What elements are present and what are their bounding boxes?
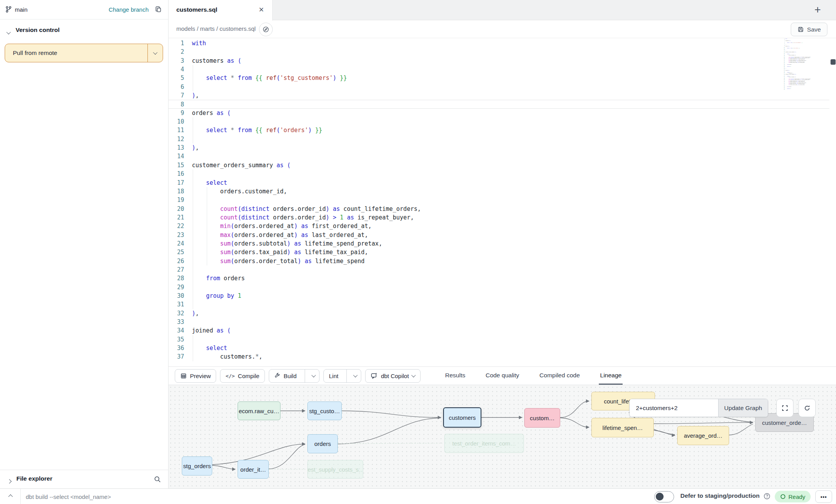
line-number: 30 — [169, 292, 184, 300]
save-label: Save — [807, 26, 821, 33]
lineage-node-order_it[interactable]: order_it… — [238, 460, 269, 479]
build-dropdown-caret[interactable] — [308, 370, 319, 382]
code-line[interactable]: 22 min(orders.ordered_at) as first_order… — [169, 222, 829, 230]
code-line[interactable]: 21 count(distinct orders.order_id) > 1 a… — [169, 213, 829, 222]
build-button[interactable]: Build — [269, 369, 319, 383]
code-line[interactable]: 3customers as ( — [169, 57, 829, 65]
code-line[interactable]: 9orders as ( — [169, 109, 829, 117]
lineage-node-test_order_items_com[interactable]: test_order_items_com… — [444, 434, 524, 453]
code-line[interactable]: 27 — [169, 265, 829, 274]
code-line[interactable]: 12 — [169, 135, 829, 143]
copilot-dropdown-caret[interactable] — [411, 373, 415, 377]
help-icon[interactable] — [763, 493, 770, 500]
sidebar: main Change branch Version control Pull … — [0, 0, 169, 488]
status-badge[interactable]: Ready — [775, 491, 811, 502]
dbt-copilot-button[interactable]: dbt Copilot — [365, 369, 421, 383]
tab-customers-sql[interactable]: customers.sql × — [169, 0, 273, 21]
lineage-node-stg_custo[interactable]: stg_custo… — [307, 401, 342, 420]
code-line[interactable]: 14 — [169, 152, 829, 161]
lineage-node-custom[interactable]: custom… — [524, 408, 560, 428]
code-line[interactable]: 8 — [169, 100, 829, 108]
pull-from-remote-button[interactable]: Pull from remote — [5, 44, 163, 62]
lint-label: Lint — [329, 373, 338, 379]
compile-button[interactable]: </> Compile — [220, 369, 265, 383]
new-tab-button[interactable]: + — [811, 3, 824, 16]
code-line[interactable]: 32), — [169, 309, 829, 318]
code-line[interactable]: 36 select — [169, 344, 829, 352]
lineage-selector-input[interactable] — [630, 399, 718, 417]
code-line[interactable]: 13), — [169, 143, 829, 152]
line-number: 23 — [169, 231, 184, 239]
file-explorer-section[interactable]: File explorer — [0, 470, 168, 488]
code-line[interactable]: 7), — [169, 91, 829, 100]
code-line[interactable]: 35 — [169, 335, 829, 344]
code-line[interactable]: 18 orders.customer_id, — [169, 187, 829, 196]
lineage-node-average_ord[interactable]: average_ord… — [677, 426, 729, 445]
code-line[interactable]: 25 sum(orders.tax_paid) as lifetime_tax_… — [169, 248, 829, 256]
code-editor[interactable]: 1with23customers as (45 select * from {{… — [169, 38, 836, 366]
defer-toggle[interactable] — [654, 491, 674, 502]
code-line[interactable]: 19 — [169, 196, 829, 204]
panel-tab-results[interactable]: Results — [444, 367, 467, 385]
toolbar-buttons: Preview </> Compile Build — [175, 367, 421, 385]
panel-tab-code-quality[interactable]: Code quality — [485, 367, 520, 385]
code-line[interactable]: 4 — [169, 65, 829, 74]
code-line[interactable]: 6 — [169, 83, 829, 91]
status-bar: Defer to staging/production Ready ••• — [0, 488, 836, 504]
pull-dropdown-caret[interactable] — [148, 51, 163, 55]
panel-tab-lineage[interactable]: Lineage — [599, 367, 623, 385]
change-branch-link[interactable]: Change branch — [108, 6, 149, 13]
refresh-button[interactable] — [799, 399, 816, 417]
code-line[interactable]: 20 count(distinct orders.order_id) as co… — [169, 205, 829, 213]
code-line[interactable]: 24 sum(orders.subtotal) as lifetime_spen… — [169, 239, 829, 248]
code-line[interactable]: 1with — [169, 39, 829, 48]
lineage-panel[interactable]: ecom.raw_cu…stg_custo…ordersstg_ordersor… — [169, 385, 836, 488]
line-number: 2 — [169, 48, 184, 56]
code-line[interactable]: 33 — [169, 318, 829, 326]
code-line[interactable]: 2 — [169, 48, 829, 56]
lineage-node-stg_orders[interactable]: stg_orders — [182, 456, 212, 476]
compile-label: Compile — [238, 373, 259, 379]
code-line[interactable]: 17 select — [169, 179, 829, 187]
minimap[interactable]: 1with23customers as (45 select * from {{… — [783, 38, 816, 90]
code-line[interactable]: 34joined as ( — [169, 326, 829, 335]
editor-scrollbar-thumb[interactable] — [831, 59, 836, 65]
code-line[interactable]: 30 group by 1 — [169, 292, 829, 300]
preview-button[interactable]: Preview — [175, 369, 216, 383]
code-line[interactable]: 28 from orders — [169, 274, 829, 283]
refresh-icon — [804, 405, 811, 412]
dbt-ide-window: main Change branch Version control Pull … — [0, 0, 836, 504]
update-graph-button[interactable]: Update Graph — [718, 399, 768, 417]
code-line[interactable]: 37 customers.*, — [169, 352, 829, 361]
code-icon: </> — [225, 373, 234, 379]
version-control-header[interactable]: Version control — [0, 24, 168, 37]
navigate-icon-button[interactable] — [259, 23, 273, 36]
code-line[interactable]: 26 sum(orders.order_total) as lifetime_s… — [169, 257, 829, 265]
search-icon[interactable] — [154, 476, 161, 483]
code-line[interactable]: 15customer_orders_summary as ( — [169, 161, 829, 170]
chevron-right-icon — [8, 477, 11, 485]
lineage-node-ecom.raw_cu[interactable]: ecom.raw_cu… — [238, 401, 280, 420]
command-input[interactable] — [26, 491, 338, 502]
code-line[interactable]: 11 select * from {{ ref('orders') }} — [169, 126, 829, 134]
code-line[interactable]: 5 select * from {{ ref('stg_customers') … — [169, 74, 829, 82]
fullscreen-button[interactable] — [776, 399, 793, 417]
lineage-node-customers[interactable]: customers — [443, 407, 481, 428]
code-line[interactable]: 16 — [169, 170, 829, 178]
lineage-node-lifetime_spen[interactable]: lifetime_spen… — [591, 418, 654, 437]
lint-button[interactable]: Lint — [323, 369, 361, 383]
panel-tab-compiled-code[interactable]: Compiled code — [538, 367, 581, 385]
copy-icon[interactable] — [155, 6, 162, 13]
lint-dropdown-caret[interactable] — [350, 370, 361, 382]
code-line[interactable]: 29 — [169, 283, 829, 292]
code-line[interactable]: 23 max(orders.ordered_at) as last_ordere… — [169, 231, 829, 239]
expand-command-bar-icon[interactable] — [5, 492, 16, 501]
code-line[interactable]: 10 — [169, 117, 829, 126]
lineage-selector-group: Update Graph — [629, 399, 768, 417]
code-line[interactable]: 31 — [169, 300, 829, 309]
lineage-node-test_supply_costs_s[interactable]: test_supply_costs_s… — [307, 460, 363, 479]
save-button[interactable]: Save — [791, 23, 827, 36]
close-tab-icon[interactable]: × — [256, 4, 267, 15]
more-options-button[interactable]: ••• — [815, 490, 832, 503]
lineage-node-orders[interactable]: orders — [307, 434, 338, 453]
